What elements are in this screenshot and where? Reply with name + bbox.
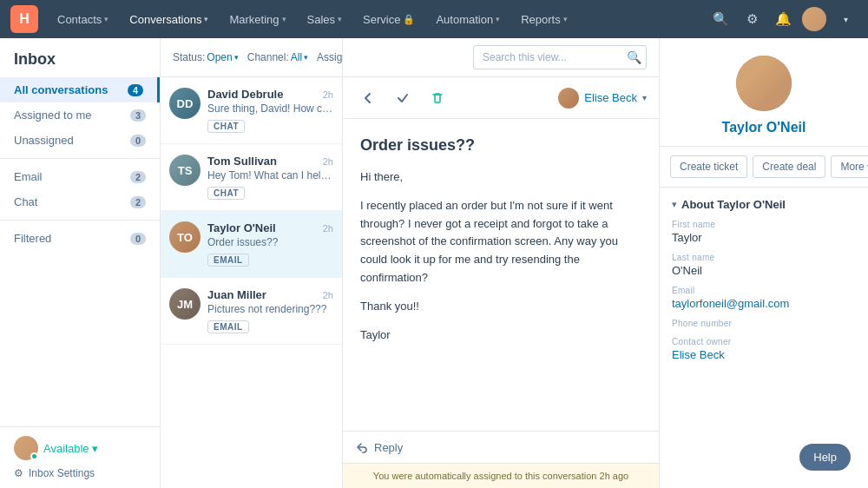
sidebar-item-unassigned[interactable]: Unassigned 0 xyxy=(0,128,160,153)
chevron-down-icon: ▾ xyxy=(104,15,108,23)
top-navigation: H Contacts ▾ Conversations ▾ Marketing ▾… xyxy=(0,0,868,38)
more-actions-button[interactable]: More ▾ xyxy=(831,155,868,178)
search-input[interactable] xyxy=(473,45,647,69)
contact-owner-field: Contact owner Elise Beck xyxy=(672,337,856,361)
about-section-header[interactable]: ▾ About Taylor O'Neil xyxy=(672,198,856,211)
assignee-avatar xyxy=(558,88,579,109)
delete-button[interactable] xyxy=(424,85,450,111)
nav-icon-group: 🔍 ⚙ 🔔 ▾ xyxy=(708,7,858,31)
chevron-down-icon: ▾ xyxy=(204,15,208,23)
conversation-items: DD David Debrule 2h Sure thing, David! H… xyxy=(161,77,342,488)
search-bar: 🔍 xyxy=(473,45,647,69)
sidebar-item-email[interactable]: Email 2 xyxy=(0,164,160,189)
sidebar-item-assigned[interactable]: Assigned to me 3 xyxy=(0,102,160,128)
filtered-badge: 0 xyxy=(130,233,146,245)
nav-service[interactable]: Service 🔒 xyxy=(354,8,424,31)
chevron-down-icon: ▾ xyxy=(338,15,342,23)
sidebar-item-filtered[interactable]: Filtered 0 xyxy=(0,226,160,251)
gear-icon: ⚙ xyxy=(14,467,23,479)
nav-conversations[interactable]: Conversations ▾ xyxy=(121,8,217,31)
assigned-badge: 3 xyxy=(130,109,146,122)
contact-avatar xyxy=(736,56,792,111)
chevron-down-icon: ▾ xyxy=(304,53,308,62)
phone-field: Phone number xyxy=(672,319,856,328)
first-name-field: First name Taylor xyxy=(672,220,856,244)
channel-filter[interactable]: Channel: All ▾ xyxy=(247,51,308,63)
status-filter[interactable]: Status: Open ▾ xyxy=(173,51,239,63)
reply-icon xyxy=(355,440,369,454)
search-icon[interactable]: 🔍 xyxy=(627,50,641,64)
notifications-icon-button[interactable]: 🔔 xyxy=(771,7,795,31)
about-section: ▾ About Taylor O'Neil First name Taylor … xyxy=(660,188,868,380)
help-button[interactable]: Help xyxy=(799,444,851,471)
conversation-item[interactable]: JM Juan Miller 2h Pictures not rendering… xyxy=(161,278,342,345)
nav-automation[interactable]: Automation ▾ xyxy=(427,8,509,31)
all-conversations-badge: 4 xyxy=(128,84,143,96)
conversation-footer: Reply xyxy=(343,431,659,463)
assignee-selector[interactable]: Elise Beck ▾ xyxy=(558,88,647,109)
conversation-item[interactable]: TS Tom Sullivan 2h Hey Tom! What can I h… xyxy=(161,144,342,211)
chevron-down-icon: ▾ xyxy=(642,93,647,102)
sidebar-header: Inbox xyxy=(0,38,160,77)
create-deal-button[interactable]: Create deal xyxy=(753,155,825,178)
inbox-title: Inbox xyxy=(14,50,146,69)
create-ticket-button[interactable]: Create ticket xyxy=(670,155,747,178)
search-row: 🔍 xyxy=(343,38,659,77)
auto-assign-note: You were automatically assigned to this … xyxy=(343,463,659,488)
nav-sales[interactable]: Sales ▾ xyxy=(299,8,352,31)
conversation-detail: 🔍 Elise Beck xyxy=(343,38,660,488)
availability-toggle[interactable]: Available ▾ xyxy=(14,436,146,460)
conversation-list: Status: Open ▾ Channel: All ▾ Assignee: … xyxy=(161,38,343,488)
search-icon-button[interactable]: 🔍 xyxy=(708,7,733,31)
conversation-toolbar: Elise Beck ▾ xyxy=(343,77,659,119)
chevron-down-icon: ▾ xyxy=(282,15,286,23)
online-status-dot xyxy=(30,452,38,460)
user-avatar[interactable] xyxy=(802,7,826,31)
conversation-content: Order issues?? Hi there, I recently plac… xyxy=(343,119,659,431)
nav-reports[interactable]: Reports ▾ xyxy=(512,8,576,31)
chevron-down-icon: ▾ xyxy=(563,15,568,23)
avatar: TO xyxy=(169,221,201,253)
sidebar-divider-2 xyxy=(0,220,160,221)
email-badge: 2 xyxy=(130,171,146,183)
conversation-item-active[interactable]: TO Taylor O'Neil 2h Order issues?? EMAIL xyxy=(161,211,342,278)
sidebar-item-all[interactable]: All conversations 4 xyxy=(0,77,160,102)
availability-label: Available ▾ xyxy=(43,442,98,455)
avatar: TS xyxy=(169,155,201,186)
hubspot-logo[interactable]: H xyxy=(10,5,38,33)
conversation-message: Hi there, I recently placed an order but… xyxy=(360,168,641,344)
avatar: DD xyxy=(169,88,201,119)
reply-button[interactable]: Reply xyxy=(355,440,647,454)
lock-icon: 🔒 xyxy=(403,14,415,25)
conversation-item[interactable]: DD David Debrule 2h Sure thing, David! H… xyxy=(161,77,342,144)
inbox-settings-link[interactable]: ⚙ Inbox Settings xyxy=(14,467,146,479)
contact-panel: Taylor O'Neil Create ticket Create deal … xyxy=(660,38,868,488)
settings-icon-button[interactable]: ⚙ xyxy=(740,7,764,31)
chevron-down-icon: ▾ xyxy=(672,199,677,210)
sidebar-item-chat[interactable]: Chat 2 xyxy=(0,189,160,214)
contact-header: Taylor O'Neil xyxy=(660,38,868,147)
account-chevron-icon[interactable]: ▾ xyxy=(833,7,858,31)
email-field: Email taylorfoneil@gmail.com xyxy=(672,286,856,310)
back-button[interactable] xyxy=(355,85,381,111)
last-name-field: Last name O'Neil xyxy=(672,253,856,277)
nav-contacts[interactable]: Contacts ▾ xyxy=(49,8,117,31)
user-status-avatar xyxy=(14,436,38,460)
contact-actions-bar: Create ticket Create deal More ▾ xyxy=(660,147,868,188)
check-button[interactable] xyxy=(390,85,416,111)
chevron-down-icon: ▾ xyxy=(234,53,239,62)
chat-badge: 2 xyxy=(130,196,146,208)
unassigned-badge: 0 xyxy=(130,135,146,147)
contact-name: Taylor O'Neil xyxy=(674,120,854,135)
nav-marketing[interactable]: Marketing ▾ xyxy=(220,8,294,31)
main-layout: Inbox All conversations 4 Assigned to me… xyxy=(0,38,868,488)
filter-bar: Status: Open ▾ Channel: All ▾ Assignee: … xyxy=(161,38,342,77)
chevron-down-icon: ▾ xyxy=(92,442,98,455)
conversation-subject: Order issues?? xyxy=(360,136,641,155)
left-sidebar: Inbox All conversations 4 Assigned to me… xyxy=(0,38,161,488)
sidebar-footer: Available ▾ ⚙ Inbox Settings xyxy=(0,426,160,488)
avatar: JM xyxy=(169,288,201,320)
sidebar-divider xyxy=(0,158,160,159)
chevron-down-icon: ▾ xyxy=(496,15,500,23)
sidebar-nav: All conversations 4 Assigned to me 3 Una… xyxy=(0,77,160,426)
